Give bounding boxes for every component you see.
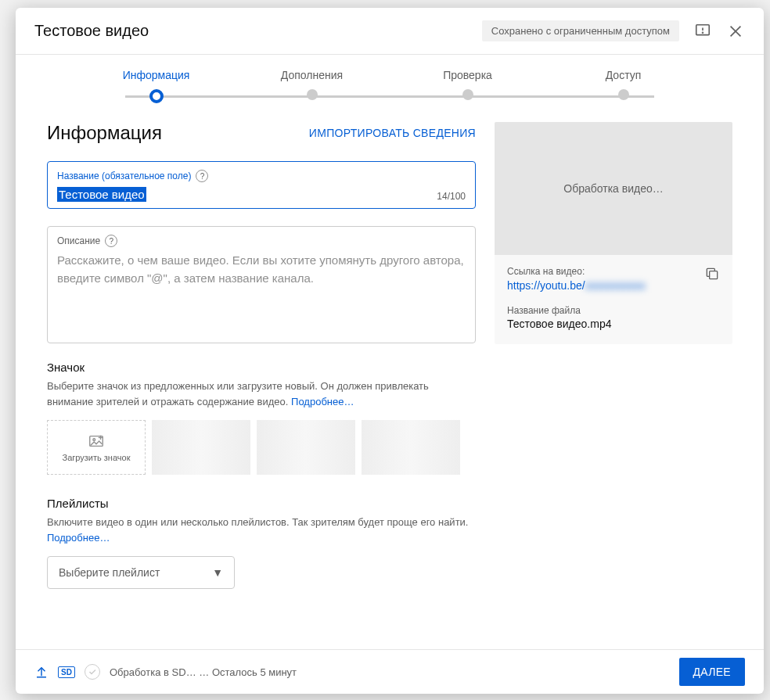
playlists-description: Включите видео в один или несколько плей… bbox=[47, 515, 476, 545]
step-extras[interactable]: Дополнения bbox=[234, 69, 390, 100]
chevron-down-icon: ▼ bbox=[212, 566, 223, 579]
section-title: Информация bbox=[47, 122, 162, 144]
step-dot bbox=[307, 89, 318, 100]
feedback-icon[interactable] bbox=[693, 22, 712, 41]
step-label: Доступ bbox=[606, 69, 642, 81]
content-columns: Информация ИМПОРТИРОВАТЬ СВЕДЕНИЯ Назван… bbox=[47, 122, 732, 612]
upload-status: SD Обработка в SD… … Осталось 5 минут bbox=[34, 664, 297, 680]
upload-dialog: Тестовое видео Сохранено с ограниченным … bbox=[16, 8, 764, 694]
copy-link-icon[interactable] bbox=[704, 266, 720, 282]
dialog-title: Тестовое видео bbox=[34, 22, 149, 40]
step-dot bbox=[149, 89, 164, 103]
svg-point-6 bbox=[93, 439, 95, 441]
video-link-label: Ссылка на видео: bbox=[507, 266, 646, 277]
step-visibility[interactable]: Доступ bbox=[545, 69, 701, 100]
svg-rect-9 bbox=[710, 271, 718, 279]
thumbnail-heading: Значок bbox=[47, 361, 476, 374]
section-header: Информация ИМПОРТИРОВАТЬ СВЕДЕНИЯ bbox=[47, 122, 476, 144]
video-link-id: xxxxxxxxxxx bbox=[585, 279, 646, 292]
step-label: Проверка bbox=[443, 69, 492, 81]
description-label: Описание ? bbox=[57, 235, 466, 247]
preview-meta: Ссылка на видео: https://youtu.be/xxxxxx… bbox=[495, 255, 732, 344]
video-preview-card: Обработка видео… Ссылка на видео: https:… bbox=[495, 122, 732, 344]
import-details-button[interactable]: ИМПОРТИРОВАТЬ СВЕДЕНИЯ bbox=[309, 127, 476, 139]
step-label: Дополнения bbox=[281, 69, 343, 81]
step-checks[interactable]: Проверка bbox=[390, 69, 545, 100]
upload-icon bbox=[34, 665, 49, 679]
help-icon[interactable]: ? bbox=[105, 235, 117, 247]
next-button[interactable]: ДАЛЕЕ bbox=[679, 658, 746, 686]
stepper: Информация Дополнения Проверка Доступ bbox=[16, 55, 764, 103]
playlists-heading: Плейлисты bbox=[47, 497, 476, 510]
dialog-body[interactable]: Информация ИМПОРТИРОВАТЬ СВЕДЕНИЯ Назван… bbox=[16, 103, 764, 649]
video-link-prefix: https://youtu.be/ bbox=[507, 279, 585, 292]
left-column: Информация ИМПОРТИРОВАТЬ СВЕДЕНИЯ Назван… bbox=[47, 122, 476, 612]
filename-value: Тестовое видео.mp4 bbox=[507, 318, 720, 330]
step-dot bbox=[462, 89, 473, 100]
thumbnail-option[interactable] bbox=[362, 420, 460, 475]
thumbnail-learn-more-link[interactable]: Подробнее… bbox=[291, 396, 354, 407]
step-label: Информация bbox=[123, 69, 190, 81]
title-label-text: Название (обязательное поле) bbox=[57, 171, 191, 181]
close-icon[interactable] bbox=[726, 22, 745, 41]
video-link-row: Ссылка на видео: https://youtu.be/xxxxxx… bbox=[507, 266, 720, 293]
sd-badge: SD bbox=[58, 666, 75, 678]
right-column: Обработка видео… Ссылка на видео: https:… bbox=[495, 122, 732, 344]
image-add-icon bbox=[88, 433, 105, 450]
svg-point-2 bbox=[703, 32, 703, 33]
filename-label: Название файла bbox=[507, 305, 720, 316]
title-char-counter: 14/100 bbox=[437, 191, 466, 202]
thumbnail-option[interactable] bbox=[152, 420, 250, 475]
thumbnail-row: Загрузить значок bbox=[47, 420, 476, 475]
upload-thumbnail-label: Загрузить значок bbox=[63, 453, 131, 462]
dialog-header: Тестовое видео Сохранено с ограниченным … bbox=[16, 8, 764, 55]
description-input[interactable]: Описание ? Расскажите, о чем ваше видео.… bbox=[47, 226, 476, 343]
step-dot bbox=[618, 89, 629, 100]
help-icon[interactable]: ? bbox=[196, 170, 208, 182]
save-status-badge: Сохранено с ограниченным доступом bbox=[482, 20, 679, 41]
title-label: Название (обязательное поле) ? bbox=[57, 170, 466, 182]
dialog-footer: SD Обработка в SD… … Осталось 5 минут ДА… bbox=[16, 649, 764, 694]
step-info[interactable]: Информация bbox=[78, 69, 234, 103]
video-link[interactable]: https://youtu.be/xxxxxxxxxxx bbox=[507, 279, 646, 292]
check-icon bbox=[85, 664, 100, 680]
upload-thumbnail-button[interactable]: Загрузить значок bbox=[47, 420, 146, 475]
playlists-learn-more-link[interactable]: Подробнее… bbox=[47, 532, 110, 544]
video-processing-placeholder: Обработка видео… bbox=[495, 122, 732, 255]
playlists-desc-text: Включите видео в один или несколько плей… bbox=[47, 516, 468, 528]
thumbnail-description: Выберите значок из предложенных или загр… bbox=[47, 379, 476, 409]
playlist-select[interactable]: Выберите плейлист ▼ bbox=[47, 556, 235, 589]
thumbnail-option[interactable] bbox=[257, 420, 355, 475]
title-input[interactable]: Название (обязательное поле) ? Тестовое … bbox=[47, 161, 476, 209]
description-label-text: Описание bbox=[57, 235, 100, 246]
title-value[interactable]: Тестовое видео bbox=[57, 187, 146, 202]
playlist-select-placeholder: Выберите плейлист bbox=[59, 566, 160, 579]
description-placeholder: Расскажите, о чем ваше видео. Если вы хо… bbox=[57, 252, 466, 287]
processing-status-text: Обработка в SD… … Осталось 5 минут bbox=[110, 666, 297, 678]
thumbnail-desc-text: Выберите значок из предложенных или загр… bbox=[47, 380, 429, 407]
header-actions: Сохранено с ограниченным доступом bbox=[482, 20, 745, 41]
